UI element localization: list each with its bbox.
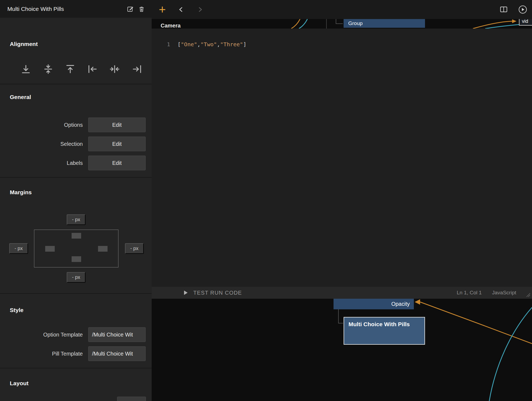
wire-teal-bottom — [489, 307, 532, 401]
node-group[interactable]: Group — [344, 19, 425, 28]
chevron-left-icon — [177, 6, 185, 13]
code-editor-area[interactable]: 1 ["One","Two","Three"] — [152, 29, 532, 287]
property-row-selection: Selection Edit — [0, 137, 152, 151]
navigate-back-button[interactable] — [177, 6, 185, 13]
align-vertical-center-button[interactable] — [42, 63, 54, 75]
code-editor-popover: 1 ["One","Two","Three"] TEST RUN CODE Ln… — [152, 29, 532, 299]
wire-teal-top — [299, 19, 307, 29]
resize-grip-icon[interactable] — [526, 293, 530, 297]
app-window: Multi Choice With Pills Alignment — [0, 0, 532, 401]
margin-left-input[interactable]: - px — [9, 243, 28, 254]
property-row-option-template: Option Template /Multi Choice Wit — [0, 327, 152, 342]
align-top-button[interactable] — [65, 63, 76, 75]
align-right-icon — [132, 64, 142, 74]
labels-label: Labels — [0, 160, 88, 166]
graph-area: + — [152, 0, 532, 401]
margin-right-input[interactable]: - px — [125, 243, 144, 254]
layout-partial-control[interactable] — [117, 397, 146, 401]
test-run-code-label: TEST RUN CODE — [193, 290, 242, 296]
panel-header: Multi Choice With Pills — [0, 0, 152, 18]
align-horizontal-center-button[interactable] — [109, 63, 120, 75]
wire-orange-top — [291, 19, 300, 29]
test-run-code-button[interactable]: TEST RUN CODE — [184, 290, 242, 296]
node-multi-choice-with-pills[interactable]: Multi Choice With Pills — [344, 317, 425, 345]
margin-handle-right — [98, 246, 108, 252]
code-line: 1 ["One","Two","Three"] — [152, 41, 532, 48]
margins-heading: Margins — [10, 189, 32, 196]
editor-status-bar: TEST RUN CODE Ln 1, Col 1 JavaScript — [152, 287, 532, 299]
line-number: 1 — [152, 41, 170, 48]
pill-template-label: Pill Template — [0, 351, 88, 357]
node-video-clipped[interactable]: vid — [519, 19, 532, 26]
section-alignment: Alignment — [0, 18, 152, 84]
edit-icon — [127, 5, 134, 13]
split-view-icon — [500, 5, 508, 14]
tree-bracket-selected — [338, 308, 343, 323]
trash-icon — [138, 5, 145, 13]
alignment-heading: Alignment — [10, 41, 38, 47]
play-circle-icon — [518, 5, 527, 14]
rename-button[interactable] — [124, 3, 136, 15]
tree-bracket-group — [336, 19, 343, 24]
selected-component-title: Multi Choice With Pills — [7, 6, 124, 12]
wire-arrowhead-opacity — [415, 299, 420, 305]
align-bottom-button[interactable] — [20, 63, 32, 75]
options-label: Options — [0, 122, 88, 128]
properties-panel: Multi Choice With Pills Alignment — [0, 0, 152, 401]
selection-label: Selection — [0, 141, 88, 147]
navigate-forward-button[interactable] — [196, 6, 204, 13]
general-heading: General — [10, 94, 31, 100]
section-margins: Margins - px - px - px - px — [0, 178, 152, 293]
split-view-button[interactable] — [500, 5, 508, 14]
wire-orange-bottom — [420, 302, 532, 344]
margin-bottom-input[interactable]: - px — [67, 272, 85, 283]
option-template-field[interactable]: /Multi Choice Wit — [88, 327, 146, 342]
align-horizontal-center-icon — [109, 64, 120, 74]
property-row-labels: Labels Edit — [0, 156, 152, 170]
alignment-buttons — [0, 63, 152, 75]
property-row-options: Options Edit — [0, 118, 152, 132]
selection-edit-button[interactable]: Edit — [88, 137, 146, 151]
options-edit-button[interactable]: Edit — [88, 118, 146, 132]
section-general: General Options Edit Selection Edit Labe… — [0, 84, 152, 177]
preview-play-button[interactable] — [518, 5, 527, 14]
chevron-right-icon — [196, 6, 204, 13]
align-top-icon — [65, 64, 75, 74]
node-label-camera[interactable]: Camera — [161, 23, 181, 29]
margin-handle-bottom — [72, 256, 81, 262]
add-node-button[interactable]: + — [158, 4, 166, 16]
margin-top-input[interactable]: - px — [67, 214, 85, 225]
section-layout: Layout — [0, 368, 152, 401]
graph-toolbar: + — [152, 0, 532, 19]
delete-button[interactable] — [136, 3, 147, 15]
language-label: JavaScript — [492, 290, 516, 296]
property-row-pill-template: Pill Template /Multi Choice Wit — [0, 346, 152, 361]
layout-heading: Layout — [10, 380, 29, 387]
margin-handle-left — [45, 246, 55, 252]
align-right-button[interactable] — [131, 63, 143, 75]
margins-preview-box — [34, 230, 118, 267]
style-heading: Style — [10, 307, 23, 313]
align-left-button[interactable] — [87, 63, 98, 75]
pill-template-field[interactable]: /Multi Choice Wit — [88, 346, 146, 361]
wire-arrowhead-vid — [512, 19, 516, 23]
option-template-label: Option Template — [0, 332, 88, 338]
align-left-icon — [87, 64, 98, 74]
section-style: Style Option Template /Multi Choice Wit … — [0, 294, 152, 368]
margin-handle-top — [72, 233, 81, 239]
cursor-position-label: Ln 1, Col 1 — [457, 290, 482, 296]
code-text: ["One","Two","Three"] — [178, 41, 246, 48]
node-opacity[interactable]: Opacity — [334, 299, 414, 309]
labels-edit-button[interactable]: Edit — [88, 156, 146, 170]
align-bottom-icon — [21, 64, 31, 74]
align-vertical-center-icon — [43, 64, 53, 74]
run-play-icon — [184, 290, 188, 295]
